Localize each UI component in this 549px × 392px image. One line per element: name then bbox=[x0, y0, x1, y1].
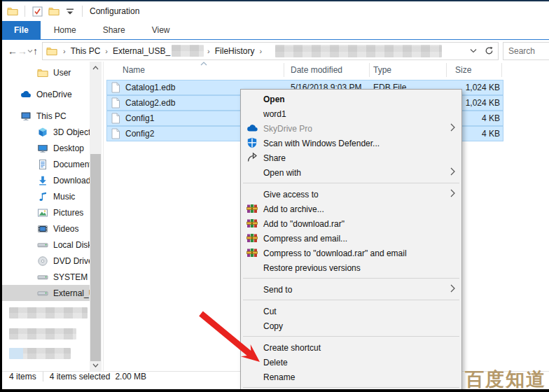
column-divider[interactable] bbox=[501, 63, 502, 77]
sidebar-item-documents[interactable]: Documents bbox=[2, 156, 90, 172]
redacted-region bbox=[172, 45, 204, 57]
sidebar-item-label: Documents bbox=[53, 160, 90, 169]
address-bar[interactable]: ›This PC›External_USB_›FileHistory› bbox=[42, 42, 499, 60]
menu-item-add-to-archive[interactable]: Add to archive... bbox=[241, 202, 461, 216]
menu-item-share[interactable]: Share bbox=[241, 150, 461, 165]
video-icon bbox=[37, 223, 48, 234]
app-folder-icon bbox=[6, 6, 18, 18]
menu-item-scan-with-windows-defender[interactable]: Scan with Windows Defender... bbox=[241, 136, 461, 150]
column-divider[interactable] bbox=[369, 63, 370, 77]
redacted-region bbox=[9, 328, 76, 340]
menu-item-word1[interactable]: word1 bbox=[241, 106, 461, 121]
menu-item-label: Add to "download.rar" bbox=[263, 219, 345, 229]
menu-item-add-to-download-rar[interactable]: Add to "download.rar" bbox=[241, 216, 461, 231]
menu-item-label: Cut bbox=[263, 307, 277, 316]
menu-item-create-shortcut[interactable]: Create shortcut bbox=[241, 340, 461, 355]
breadcrumb-item[interactable]: External_USB_ bbox=[111, 46, 172, 56]
column-header-size[interactable]: Size bbox=[455, 65, 471, 75]
window-frame-edge bbox=[0, 0, 2, 392]
menu-item-label: Copy bbox=[263, 321, 283, 331]
menu-item-give-access-to[interactable]: Give access to bbox=[241, 187, 461, 202]
sidebar-item-onedrive[interactable]: OneDrive bbox=[2, 86, 90, 102]
breadcrumb-item[interactable]: FileHistory bbox=[214, 46, 256, 56]
address-dropdown-icon[interactable] bbox=[467, 45, 479, 57]
watermark: 百度知道 bbox=[465, 367, 546, 392]
menu-item-label: Scan with Windows Defender... bbox=[263, 139, 380, 148]
forward-button[interactable]: → bbox=[18, 46, 27, 57]
menu-item-copy[interactable]: Copy bbox=[241, 318, 461, 333]
tab-file[interactable]: File bbox=[2, 21, 41, 39]
column-divider[interactable] bbox=[284, 63, 284, 77]
address-bar-row: ← → ↑ ›This PC›External_USB_›FileHistory… bbox=[2, 40, 549, 62]
navigation-pane: UserOneDriveThis PC3D ObjectsDesktopDocu… bbox=[2, 62, 90, 381]
sidebar-item-videos[interactable]: Videos bbox=[2, 220, 90, 237]
scrollbar-thumb[interactable] bbox=[90, 154, 101, 361]
menu-separator bbox=[243, 387, 459, 388]
sidebar-item-label: Pictures bbox=[53, 208, 83, 218]
menu-item-label: Compress to "download.rar" and email bbox=[263, 248, 407, 258]
menu-item-label: Restore previous versions bbox=[263, 263, 361, 273]
menu-item-cut[interactable]: Cut bbox=[241, 304, 461, 318]
menu-separator bbox=[243, 336, 459, 337]
submenu-arrow-icon bbox=[450, 284, 455, 293]
new-folder-icon[interactable] bbox=[48, 6, 60, 18]
window-frame-edge bbox=[0, 389, 549, 392]
sidebar-item-label: DVD Drive (D:) H bbox=[53, 256, 90, 266]
customize-toolbar-icon[interactable] bbox=[64, 6, 76, 18]
redacted-region bbox=[275, 45, 442, 57]
sidebar-item-external-usb-250[interactable]: External_USB_250 bbox=[2, 285, 90, 301]
history-chevron-icon[interactable] bbox=[27, 49, 33, 53]
sidebar-item-desktop[interactable]: Desktop bbox=[2, 140, 90, 156]
tab-share[interactable]: Share bbox=[90, 21, 139, 39]
file-page-icon bbox=[111, 82, 120, 93]
sidebar-item-label: Music bbox=[53, 192, 75, 202]
back-button[interactable]: ← bbox=[8, 46, 18, 57]
menu-item-delete[interactable]: Delete bbox=[241, 355, 461, 370]
sidebar-item-local-disk-c-[interactable]: Local Disk (C:) bbox=[2, 237, 90, 253]
sidebar-item-downloads[interactable]: Downloads bbox=[2, 172, 90, 188]
breadcrumb-item[interactable]: This PC bbox=[69, 46, 102, 56]
menu-item-skydrive-pro[interactable]: SkyDrive Pro bbox=[241, 121, 461, 136]
hdd-icon bbox=[37, 288, 48, 299]
menu-item-label: Share bbox=[263, 153, 286, 163]
sidebar-item-label: This PC bbox=[36, 111, 67, 121]
refresh-icon[interactable] bbox=[483, 45, 495, 57]
menu-item-open-with[interactable]: Open with bbox=[241, 165, 461, 180]
menu-item-compress-to-download-rar-and-email[interactable]: Compress to "download.rar" and email bbox=[241, 246, 461, 260]
sidebar-item-label: Desktop bbox=[53, 144, 84, 153]
title-bar: Configuration bbox=[2, 1, 549, 21]
explorer-window: Configuration FileHomeShareView ← → ↑ ›T… bbox=[2, 1, 549, 389]
properties-checkbox-icon[interactable] bbox=[32, 6, 43, 18]
column-divider[interactable] bbox=[446, 63, 447, 77]
sidebar-item-dvd-drive-d-h[interactable]: DVD Drive (D:) H bbox=[2, 253, 90, 269]
divider bbox=[25, 6, 25, 17]
sidebar-item-user[interactable]: User bbox=[2, 64, 90, 80]
sidebar-scrollbar[interactable] bbox=[90, 62, 102, 381]
tab-view[interactable]: View bbox=[139, 21, 183, 39]
column-header-date[interactable]: Date modified bbox=[291, 65, 342, 75]
scroll-down-icon[interactable] bbox=[90, 359, 102, 371]
tab-home[interactable]: Home bbox=[41, 21, 90, 39]
sidebar-item-music[interactable]: Music bbox=[2, 188, 90, 204]
sidebar-item-system-f-[interactable]: SYSTEM (F:) bbox=[2, 269, 90, 285]
scroll-up-icon[interactable] bbox=[90, 62, 102, 74]
cube-icon bbox=[37, 127, 48, 138]
file-name: Catalog2.edb bbox=[125, 98, 175, 108]
winrar-icon bbox=[246, 247, 258, 259]
menu-item-restore-previous-versions[interactable]: Restore previous versions bbox=[241, 260, 461, 275]
menu-item-compress-and-email[interactable]: Compress and email... bbox=[241, 231, 461, 246]
menu-item-send-to[interactable]: Send to bbox=[241, 282, 461, 297]
column-header-name[interactable]: Name bbox=[123, 65, 145, 75]
menu-item-rename[interactable]: Rename bbox=[241, 370, 461, 384]
ribbon-tab-bar: FileHomeShareView bbox=[2, 21, 549, 40]
sidebar-item-3d-objects[interactable]: 3D Objects bbox=[2, 124, 90, 140]
up-button[interactable]: ↑ bbox=[33, 46, 38, 57]
defender-shield-icon bbox=[246, 137, 258, 149]
column-headers: Name Date modified Type Size bbox=[104, 62, 549, 79]
sidebar-item-this-pc[interactable]: This PC bbox=[2, 108, 90, 124]
menu-item-open[interactable]: Open bbox=[241, 92, 461, 106]
sidebar-item-pictures[interactable]: Pictures bbox=[2, 204, 90, 220]
menu-item-label: Rename bbox=[263, 372, 295, 382]
column-header-type[interactable]: Type bbox=[373, 65, 391, 75]
search-input[interactable]: Search bbox=[503, 42, 549, 60]
